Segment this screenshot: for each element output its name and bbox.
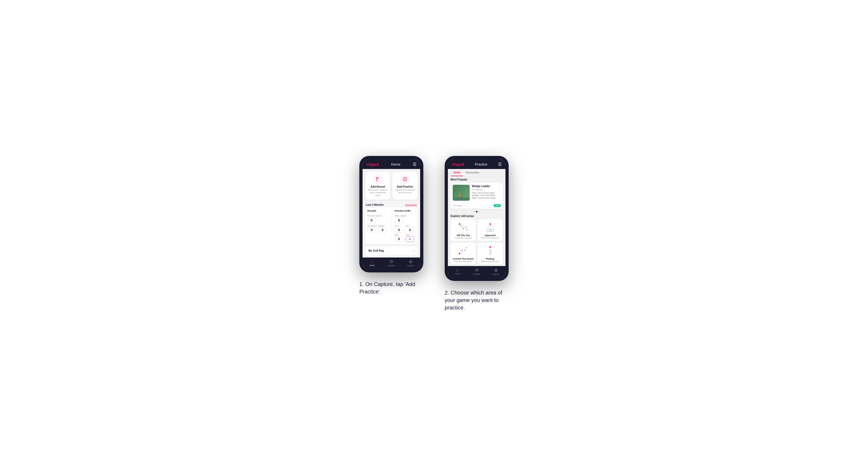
svg-point-11: [490, 223, 491, 225]
approach-name: Approach: [485, 234, 496, 237]
putt-value: 4: [405, 236, 414, 242]
phone2-section: clippd Practice ☰ Drills Favourites Most…: [445, 156, 509, 311]
ott-stat: OTT 0: [395, 225, 405, 233]
golf-bag-row[interactable]: My Golf Bag ›: [365, 246, 417, 255]
featured-card[interactable]: 🏌️ Wedge Ladder ☆ 50–100 yds Play 1 shot…: [451, 183, 503, 209]
add-round-card[interactable]: Add Round Record your shots in fast or e…: [365, 172, 390, 200]
home-nav-label: Home: [370, 264, 375, 266]
phone2-nav-home[interactable]: ⌂ Home: [448, 268, 467, 275]
skill-card-around-the-green[interactable]: Around The Green Hone your short game: [451, 243, 476, 264]
phone1-nav-home[interactable]: ⌂ Home: [363, 259, 382, 267]
phone2-nav-capture[interactable]: ⊕ Capture: [486, 268, 505, 275]
phone2-activities-label: Activities: [473, 273, 480, 275]
svg-point-1: [376, 181, 378, 181]
view-activity-link[interactable]: View Activity: [405, 204, 417, 206]
phone2-menu-icon[interactable]: ☰: [498, 162, 502, 167]
drills-col: Practice Drills Drills Capture 8 OTT 0: [395, 210, 415, 242]
ott-label: OTT: [395, 225, 405, 227]
svg-line-14: [490, 225, 493, 228]
favourites-tab[interactable]: Favourites: [463, 169, 482, 176]
activities-nav-label: Activities: [388, 265, 395, 267]
approach-svg: [484, 221, 497, 233]
phone2-header: clippd Practice ☰: [448, 159, 505, 169]
page-wrapper: clippd Home ☰: [359, 156, 509, 311]
svg-point-20: [461, 250, 463, 251]
svg-point-10: [467, 229, 468, 230]
add-round-desc: Record your shots in fast or enhanced mo…: [367, 189, 388, 197]
tournament-value: 0: [367, 227, 376, 233]
app-label: APP: [405, 225, 415, 227]
stats-period: Last 3 Months: [366, 204, 383, 206]
explore-label: Explore skill areas: [451, 215, 503, 218]
arg-stat: ARG 0: [395, 234, 405, 242]
svg-point-23: [490, 253, 491, 254]
approach-icon-area: [484, 221, 497, 233]
phone1-logo: clippd: [366, 162, 379, 166]
rounds-capture-item: Rounds Capture 0: [367, 215, 388, 223]
rounds-col-title: Rounds: [367, 210, 388, 214]
most-popular-label: Most Popular: [451, 178, 503, 181]
drills-sub-stats-row2: ARG 0 PUTT 4: [395, 234, 415, 242]
phone1-nav-activities[interactable]: ⟳ Activities: [382, 259, 401, 267]
phone1-bottom-nav: ⌂ Home ⟳ Activities ⊕ Capture: [363, 257, 420, 269]
arg-label: ARG: [395, 234, 405, 236]
svg-point-3: [405, 179, 405, 179]
activities-icon: ⟳: [390, 259, 393, 264]
stats-divider: [391, 210, 392, 242]
featured-image: 🏌️: [453, 185, 470, 201]
golf-bag-label: My Golf Bag: [368, 249, 384, 252]
app-value: 4: [405, 227, 414, 233]
add-practice-desc: Capture your practice off-the-course: [395, 189, 415, 194]
practice-tabs: Drills Favourites: [448, 169, 505, 177]
around-the-green-name: Around The Green: [453, 257, 474, 260]
off-the-tee-name: Off The Tee: [457, 234, 470, 237]
add-practice-title: Add Practice: [397, 185, 413, 188]
off-the-tee-icon-area: [457, 221, 470, 233]
phone1-nav-capture[interactable]: ⊕ Capture: [401, 259, 420, 267]
drills-tab[interactable]: Drills: [451, 169, 463, 176]
stats-box: Rounds Rounds Capture 0 Tournament 0: [365, 207, 417, 244]
putt-label: PUTT: [405, 234, 415, 236]
around-the-green-svg: [457, 245, 470, 256]
phone2-activities-icon: ⟳: [475, 268, 478, 273]
practice-stat: Practice 0: [378, 225, 388, 233]
target-icon: [402, 176, 408, 182]
tournament-stat: Tournament 0: [367, 225, 377, 233]
rounds-sub-stats: Tournament 0 Practice 0: [367, 225, 388, 233]
phone2-home-icon: ⌂: [456, 268, 459, 272]
dot-3: [478, 211, 480, 213]
phone1-menu-icon[interactable]: ☰: [413, 162, 416, 167]
svg-point-9: [465, 226, 466, 228]
golfer-silhouette: 🏌️: [458, 193, 465, 200]
around-the-green-icon-area: [457, 245, 470, 256]
skill-card-putting[interactable]: Putting Make and lag practice: [477, 243, 503, 264]
add-round-title: Add Round: [371, 185, 385, 188]
featured-yards: 50–100 yds: [472, 188, 501, 191]
svg-point-4: [459, 223, 460, 225]
add-practice-card[interactable]: Add Practice Capture your practice off-t…: [393, 172, 417, 200]
drills-sub-stats-row1: OTT 0 APP 4: [395, 225, 415, 233]
drills-capture-item: Drills Capture 8: [395, 215, 415, 223]
phone1-header: clippd Home ☰: [363, 159, 420, 169]
drills-capture-value: 8: [395, 218, 403, 223]
svg-point-18: [466, 247, 467, 248]
putting-icon-area: [484, 245, 497, 256]
action-cards-row: Add Round Record your shots in fast or e…: [363, 169, 420, 201]
phone2-logo: clippd: [452, 162, 464, 166]
phone2: clippd Practice ☰ Drills Favourites Most…: [445, 156, 509, 281]
featured-desc: Play 1 shot at each target yardage. If y…: [472, 192, 501, 199]
favourite-star-icon[interactable]: ☆: [498, 185, 501, 188]
phone2-nav-activities[interactable]: ⟳ Activities: [467, 268, 486, 275]
phone1: clippd Home ☰: [359, 156, 423, 272]
stats-header: Last 3 Months View Activity: [363, 201, 420, 207]
skill-card-approach[interactable]: Approach Dial-in to hit the green: [477, 219, 503, 241]
app-badge: APP: [494, 204, 501, 207]
phone2-caption: 2. Choose which area of your game you wa…: [445, 289, 509, 311]
putting-svg: [484, 245, 497, 256]
around-the-green-desc: Hone your short game: [454, 260, 472, 262]
off-the-tee-desc: Power and accuracy: [455, 237, 472, 239]
dot-1: [473, 211, 475, 213]
featured-card-footer: ⏱ 9 shots APP: [451, 203, 503, 209]
phone1-title: Home: [391, 162, 400, 166]
skill-card-off-the-tee[interactable]: Off The Tee Power and accuracy: [451, 219, 476, 241]
